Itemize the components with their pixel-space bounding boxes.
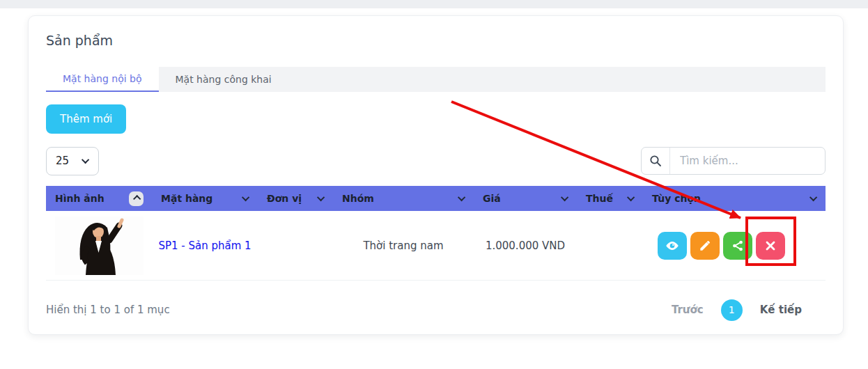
chevron-down-icon xyxy=(458,194,465,201)
edit-button[interactable] xyxy=(690,232,720,260)
column-header-options[interactable]: Tùy chọn xyxy=(643,186,826,211)
product-group-cell: Thời trang nam xyxy=(333,211,474,280)
column-header-item[interactable]: Mặt hàng xyxy=(152,186,258,211)
pagination-previous[interactable]: Trước xyxy=(672,304,704,316)
chevron-down-icon xyxy=(627,194,635,201)
product-price-cell: 1.000.000 VND xyxy=(474,211,577,280)
pencil-icon xyxy=(698,239,712,253)
chevron-down-icon xyxy=(82,156,89,164)
add-new-button[interactable]: Thêm mới xyxy=(46,104,126,134)
table-controls: 25 xyxy=(46,147,826,175)
chevron-down-icon xyxy=(561,194,568,201)
search-input[interactable] xyxy=(670,148,825,174)
chevron-up-icon xyxy=(133,195,141,203)
column-header-group[interactable]: Nhóm xyxy=(333,186,474,211)
tab-internal-items[interactable]: Mặt hàng nội bộ xyxy=(46,67,159,92)
tab-public-items[interactable]: Mặt hàng công khai xyxy=(159,67,288,92)
product-photo xyxy=(55,217,144,275)
x-icon xyxy=(764,240,777,252)
row-actions xyxy=(643,211,826,280)
page-title: Sản phẩm xyxy=(46,33,826,52)
column-header-price[interactable]: Giá xyxy=(474,186,577,211)
share-nodes-icon xyxy=(731,239,745,253)
chevron-down-icon xyxy=(809,194,817,201)
product-name-cell: SP1 - Sản phẩm 1 xyxy=(152,211,258,280)
eye-icon xyxy=(665,238,680,253)
pagination-next[interactable]: Kế tiếp xyxy=(760,304,802,316)
chevron-down-icon xyxy=(317,194,325,201)
pagination-page-1[interactable]: 1 xyxy=(721,299,743,321)
products-panel: Sản phẩm Mặt hàng nội bộ Mặt hàng công k… xyxy=(28,15,844,335)
view-button[interactable] xyxy=(658,232,687,260)
product-tax-cell xyxy=(577,211,643,280)
search-box xyxy=(641,147,826,175)
table-summary: Hiển thị 1 to 1 of 1 mục xyxy=(46,304,170,316)
page-size-select[interactable]: 25 xyxy=(46,147,99,175)
pagination: Trước 1 Kế tiếp xyxy=(672,299,826,321)
tab-bar: Mặt hàng nội bộ Mặt hàng công khai xyxy=(46,67,826,92)
table-footer: Hiển thị 1 to 1 of 1 mục Trước 1 Kế tiếp xyxy=(46,299,826,321)
share-button[interactable] xyxy=(723,232,752,260)
chevron-down-icon xyxy=(242,194,249,201)
sort-ascending-button[interactable] xyxy=(129,191,144,206)
page-top-strip xyxy=(0,0,868,8)
product-image-cell xyxy=(46,211,152,280)
column-header-tax[interactable]: Thuế xyxy=(577,186,643,211)
table-header: Hình ảnh Mặt hàng Đơn vị Nhóm Giá Thuế T… xyxy=(46,186,826,211)
page-size-value: 25 xyxy=(56,155,69,167)
column-header-image: Hình ảnh xyxy=(46,186,152,211)
product-unit-cell xyxy=(258,211,333,280)
table-row: SP1 - Sản phẩm 1 Thời trang nam 1.000.00… xyxy=(46,211,826,281)
delete-button[interactable] xyxy=(756,232,785,260)
product-link[interactable]: SP1 - Sản phẩm 1 xyxy=(158,240,251,252)
search-icon xyxy=(642,148,670,174)
column-header-unit[interactable]: Đơn vị xyxy=(258,186,333,211)
